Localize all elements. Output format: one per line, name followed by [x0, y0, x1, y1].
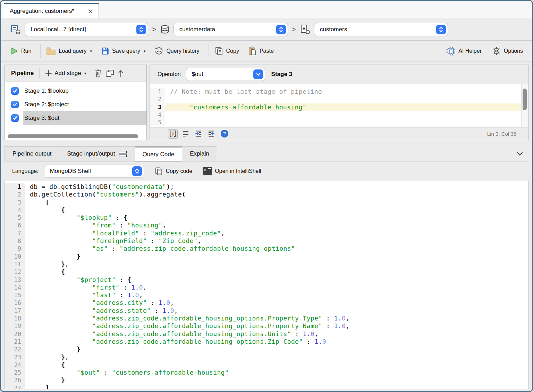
line-number: 16: [5, 299, 25, 307]
code-text: },: [25, 260, 528, 268]
code-text: // Note: must be last stage of pipeline: [165, 88, 521, 95]
delete-stage-button[interactable]: [94, 69, 102, 77]
vertical-scrollbar-thumb[interactable]: [523, 89, 527, 110]
document-tab[interactable]: Aggregation: customers*: [4, 3, 99, 18]
tab-explain[interactable]: Explain: [182, 146, 217, 161]
stage-checkbox[interactable]: [11, 101, 19, 108]
pipeline-stage-item[interactable]: Stage 3: $out: [5, 111, 146, 125]
run-button[interactable]: Run: [10, 47, 31, 55]
format-code-button[interactable]: [168, 129, 178, 139]
stage-checkbox[interactable]: [11, 114, 19, 122]
close-icon[interactable]: [88, 9, 93, 14]
code-line[interactable]: 24 {: [5, 361, 528, 369]
duplicate-stage-button[interactable]: [105, 69, 114, 77]
copy-icon: [214, 47, 223, 56]
ai-helper-button[interactable]: {} AI Helper: [446, 46, 482, 56]
query-history-button[interactable]: Query history: [154, 47, 199, 56]
code-line[interactable]: 10 }: [5, 253, 528, 260]
collapse-panel-icon[interactable]: [517, 151, 523, 157]
collection-select-value: customers: [320, 26, 347, 33]
code-line[interactable]: 4 {: [5, 206, 528, 214]
query-code-editor[interactable]: 1db = db.getSiblingDB("customerdata");2d…: [5, 181, 528, 389]
duplicate-icon: [105, 69, 114, 77]
stage-checkbox[interactable]: [11, 87, 19, 95]
code-line[interactable]: 7 "localField" : "address.zip_code",: [5, 230, 528, 237]
database-icon: [160, 24, 170, 35]
code-line[interactable]: 22 }: [5, 345, 528, 353]
outdent-button[interactable]: [206, 129, 216, 139]
line-number: 22: [5, 345, 25, 353]
tab-pipeline-output[interactable]: Pipeline output: [5, 146, 59, 161]
code-line[interactable]: 11 },: [5, 260, 528, 268]
code-line[interactable]: 4: [150, 111, 521, 119]
code-line[interactable]: 13 "$project" : {: [5, 276, 528, 284]
pipeline-stage-item[interactable]: Stage 2: $project: [5, 98, 146, 111]
code-line[interactable]: 15 "last" : 1.0,: [5, 291, 528, 299]
toolbar-separator: [40, 44, 41, 58]
line-number: 1: [150, 88, 165, 95]
operator-row: Operator: $out Stage 3: [150, 65, 528, 84]
code-line[interactable]: 23 },: [5, 353, 528, 361]
tab-stage-input-output[interactable]: Stage input/output: [59, 146, 135, 161]
code-line[interactable]: 16 "address.city" : 1.0,: [5, 299, 528, 307]
open-in-intellishell-button[interactable]: >_ Open in IntelliShell: [203, 167, 261, 175]
code-line[interactable]: 19 "address.zip_code.affordable_housing_…: [5, 322, 528, 330]
code-line[interactable]: 27 ],: [5, 384, 528, 389]
database-select[interactable]: customerdata: [174, 23, 288, 36]
view-as-text-button[interactable]: [181, 129, 191, 139]
vertical-scrollbar[interactable]: [521, 84, 528, 127]
code-text: "from" : "housing",: [25, 222, 528, 229]
help-icon[interactable]: ?: [221, 130, 228, 137]
code-line[interactable]: 5 "$lookup" : {: [5, 214, 528, 222]
code-line[interactable]: 25 "$out" : "customers-affordable-housin…: [5, 369, 528, 376]
code-text: {: [25, 268, 528, 276]
line-number: 3: [5, 199, 25, 206]
line-number: 19: [5, 322, 25, 330]
code-line[interactable]: 8 "foreignField" : "Zip Code",: [5, 237, 528, 245]
copy-code-button[interactable]: Copy code: [154, 167, 193, 176]
code-line[interactable]: 5: [150, 119, 521, 126]
connection-select[interactable]: Local local...7 [direct]: [25, 23, 148, 36]
operator-select[interactable]: $out: [186, 68, 265, 81]
code-line[interactable]: 2db.getCollection("customers").aggregate…: [5, 191, 528, 198]
code-line[interactable]: 6 "from" : "housing",: [5, 222, 528, 229]
indent-button[interactable]: [194, 129, 203, 139]
language-select[interactable]: MongoDB Shell: [44, 165, 144, 178]
code-line[interactable]: 1// Note: must be last stage of pipeline: [150, 88, 521, 95]
save-query-button[interactable]: Save query ▾: [101, 47, 145, 55]
stage-code-editor[interactable]: 1// Note: must be last stage of pipeline…: [150, 84, 521, 127]
code-line[interactable]: 3 [: [5, 199, 528, 206]
code-line[interactable]: 12 {: [5, 268, 528, 276]
code-text: "$lookup" : {: [25, 214, 528, 222]
code-text: "localField" : "address.zip_code",: [25, 230, 528, 237]
connection-bar: Local local...7 [direct] > customerdata …: [1, 18, 532, 41]
code-line[interactable]: 1db = db.getSiblingDB("customerdata");: [5, 183, 528, 191]
options-button[interactable]: Options: [492, 47, 523, 56]
toolbar-separator: [209, 44, 209, 58]
code-line[interactable]: 20 "address.zip_code.affordable_housing_…: [5, 330, 528, 338]
load-query-button[interactable]: Load query ▾: [46, 47, 92, 55]
code-line[interactable]: 3 "customers-affordable-housing": [150, 103, 521, 111]
save-icon: [101, 47, 109, 55]
code-line[interactable]: 26 }: [5, 376, 528, 384]
pipeline-stage-item[interactable]: Stage 1: $lookup: [5, 84, 146, 98]
code-line[interactable]: 9 "as" : "address.zip_code.affordable_ho…: [5, 245, 528, 252]
horizontal-scrollbar-thumb[interactable]: [8, 134, 138, 138]
code-line[interactable]: 14 "first" : 1.0,: [5, 284, 528, 291]
code-text: {: [25, 206, 528, 214]
code-line[interactable]: 2: [150, 95, 521, 103]
move-stage-up-button[interactable]: [118, 69, 124, 77]
code-line[interactable]: 21 "address.zip_code.affordable_housing_…: [5, 338, 528, 345]
tab-query-code[interactable]: Query Code: [135, 146, 183, 162]
run-icon: [10, 47, 18, 55]
copy-button[interactable]: Copy: [214, 47, 239, 56]
line-number: 2: [5, 191, 25, 198]
collection-select[interactable]: customers: [314, 23, 448, 36]
paste-button[interactable]: Paste: [248, 47, 274, 56]
code-line[interactable]: 17 "address.state" : 1.0,: [5, 307, 528, 315]
tab-label: Explain: [190, 150, 209, 157]
add-stage-button[interactable]: Add stage ▾: [45, 70, 86, 77]
copy-icon: [154, 167, 163, 176]
code-line[interactable]: 18 "address.zip_code.affordable_housing_…: [5, 315, 528, 322]
cursor-position-status: Lin 3, Col 36: [487, 131, 516, 137]
